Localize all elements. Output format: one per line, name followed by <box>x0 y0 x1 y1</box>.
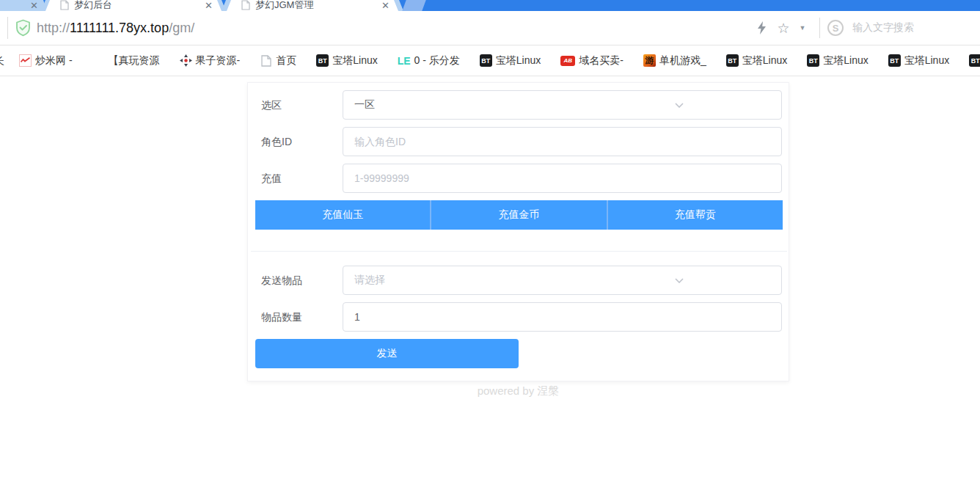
powered-by-text: powered by 涅槃 <box>247 384 789 398</box>
recharge-amount-input[interactable] <box>343 164 782 193</box>
bookmark-item[interactable]: 首页 <box>260 54 296 67</box>
browser-window: ✕ 梦幻后台 ✕ 梦幻JGM管理 ✕ <box>0 0 980 504</box>
bookmark-label: 首页 <box>276 54 296 67</box>
bookmark-label: 单机游戏_ <box>659 54 706 67</box>
stock-chart-icon <box>19 54 32 67</box>
bookmark-item[interactable]: LE 0 - 乐分发 <box>398 54 460 67</box>
tab-close-icon[interactable]: ✕ <box>381 1 390 10</box>
send-button[interactable]: 发送 <box>255 339 519 368</box>
baota-bt-icon: BT <box>969 54 980 67</box>
baota-bt-icon: BT <box>480 54 492 67</box>
crosshair-icon <box>180 54 192 67</box>
bookmark-label: 宝塔Linux <box>742 54 787 67</box>
bookmark-item[interactable]: 【真玩资源 <box>92 54 160 67</box>
tab-partial-left[interactable]: ✕ <box>0 0 47 11</box>
tab-gm-admin-active[interactable]: 梦幻JGM管理 ✕ <box>227 0 398 11</box>
baota-bt-icon: BT <box>316 54 329 67</box>
bookmark-label: 炒米网 - <box>35 54 73 67</box>
bookmark-label: 果子资源- <box>196 54 241 67</box>
zone-select[interactable]: 一区 <box>343 90 782 120</box>
zone-selected-value: 一区 <box>354 98 759 112</box>
mosaic-icon <box>92 54 105 67</box>
zone-label: 选区 <box>261 90 338 120</box>
page-icon <box>60 0 69 10</box>
bookmark-item[interactable]: 游 单机游戏_ <box>643 54 706 67</box>
address-bar-actions: ☆ ▼ S 输入文字搜索 <box>750 11 980 45</box>
bookmark-item[interactable]: BT 宝塔Linux <box>888 54 949 67</box>
bookmark-item-partial[interactable]: 长 <box>0 45 4 76</box>
lightning-icon[interactable] <box>750 17 772 39</box>
send-item-select[interactable]: 请选择 <box>343 266 782 295</box>
item-count-label: 物品数量 <box>261 302 338 332</box>
bookmarks-bar: 长 炒米网 - 【真玩资源 果子资源- <box>0 45 980 76</box>
bookmark-label: 宝塔Linux <box>823 54 868 67</box>
bookmark-item[interactable]: BT 宝塔Linux <box>807 54 868 67</box>
bookmark-label: 0 - 乐分发 <box>414 54 460 67</box>
bookmark-label: 【真玩资源 <box>109 54 160 67</box>
page-icon <box>241 0 250 10</box>
send-item-placeholder: 请选择 <box>354 274 759 287</box>
section-divider <box>251 251 787 252</box>
tab-close-icon[interactable]: ✕ <box>30 1 38 10</box>
bookmark-item[interactable]: BT 宝塔Linux <box>316 54 377 67</box>
role-id-label: 角色ID <box>261 127 338 156</box>
toolbar-divider <box>7 17 8 39</box>
search-input[interactable]: 输入文字搜索 <box>852 21 914 34</box>
url-field[interactable]: http://1111111.78yx.top/gm/ <box>37 11 194 45</box>
page-icon <box>260 54 272 67</box>
new-tab-button[interactable] <box>402 0 425 11</box>
security-shield-icon[interactable] <box>15 19 31 37</box>
bookmark-item[interactable]: 炒米网 - <box>19 54 73 67</box>
tab-mengdao-backend[interactable]: 梦幻后台 ✕ <box>45 0 222 11</box>
tab-title: 梦幻JGM管理 <box>255 0 381 11</box>
baota-bt-icon: BT <box>807 54 819 67</box>
recharge-amount-label: 充值 <box>261 164 338 193</box>
recharge-button-group: 充值仙玉 充值金币 充值帮贡 <box>255 200 783 230</box>
sogou-search-icon[interactable]: S <box>827 20 844 36</box>
domain-trade-icon: AB <box>560 56 575 66</box>
lefenfa-le-icon: LE <box>398 54 411 67</box>
baota-bt-icon: BT <box>726 54 739 67</box>
baota-bt-icon: BT <box>888 54 901 67</box>
role-id-input[interactable] <box>343 127 782 156</box>
url-path: /gm/ <box>169 21 194 35</box>
toolbar-divider <box>819 18 820 38</box>
url-protocol: http:// <box>37 21 70 35</box>
address-bar: http://1111111.78yx.top/gm/ ☆ ▼ S 输入文字搜索 <box>0 11 980 45</box>
bookmark-item[interactable]: BT 宝塔Linux <box>726 54 787 67</box>
recharge-xianyu-button[interactable]: 充值仙玉 <box>255 200 430 230</box>
tab-strip: ✕ 梦幻后台 ✕ 梦幻JGM管理 ✕ <box>0 0 980 11</box>
game-icon: 游 <box>643 54 656 67</box>
bookmark-label: 域名买卖- <box>579 54 624 67</box>
item-count-input[interactable] <box>343 302 782 332</box>
gm-form-card: 选区 一区 角色ID 充值 充值仙玉 充值金币 <box>247 82 789 381</box>
recharge-gold-button[interactable]: 充值金币 <box>430 200 606 230</box>
bookmark-item[interactable]: BT 宝塔Linux <box>480 54 541 67</box>
page-content: 选区 一区 角色ID 充值 充值仙玉 充值金币 <box>0 76 980 504</box>
send-item-label: 发送物品 <box>261 266 338 295</box>
bookmark-item-partial[interactable]: BT <box>969 54 980 67</box>
bookmark-item[interactable]: 果子资源- <box>180 54 241 67</box>
favorites-dropdown-caret-icon[interactable]: ▼ <box>791 17 813 39</box>
url-host: 1111111.78yx.top <box>70 21 169 35</box>
bookmark-item[interactable]: AB 域名买卖- <box>560 54 624 67</box>
bookmark-label: 宝塔Linux <box>332 54 377 67</box>
bookmark-label: 宝塔Linux <box>496 54 541 67</box>
tab-title: 梦幻后台 <box>74 0 205 11</box>
bookmark-label: 宝塔Linux <box>904 54 949 67</box>
tab-close-icon[interactable]: ✕ <box>205 1 213 10</box>
recharge-banggong-button[interactable]: 充值帮贡 <box>607 200 783 230</box>
